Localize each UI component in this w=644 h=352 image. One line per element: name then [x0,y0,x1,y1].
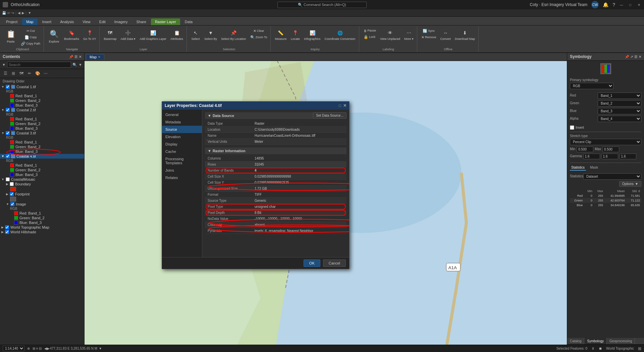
layer-checkbox-coastal4[interactable] [6,154,10,158]
tab-map[interactable]: Map [22,18,37,25]
more-button[interactable]: ⋯ More ▾ [403,28,415,42]
layer-item[interactable]: Green: Band_2 [0,216,84,220]
tab-view[interactable]: View [78,18,95,25]
blue-select[interactable]: Band_3 [598,108,641,114]
sym-menu-btn[interactable]: ☰ [634,55,637,59]
tab-share[interactable]: Share [132,18,150,25]
select-by-button[interactable]: ▼ Select By [203,28,218,42]
search-dropdown[interactable]: ▼ [78,63,82,67]
layer-checkbox[interactable] [5,225,9,229]
cancel-button[interactable]: Cancel [323,259,346,267]
copy-path-button[interactable]: 🔗 Copy Path [19,41,42,47]
map-tab-close[interactable]: ✕ [98,55,101,59]
layer-item-coastal4[interactable]: ▼ Coastal 4.tif [0,154,84,159]
download-map-button[interactable]: ⬇ Download Map [453,28,476,42]
maximize-btn[interactable]: □ [628,2,633,7]
alpha-select[interactable]: Band_4 [598,116,641,122]
tab-raster-layer[interactable]: Raster Layer [151,18,180,25]
explore-button[interactable]: 🔍 Explore [47,28,61,44]
nav-arrows[interactable]: ◀▶ [44,347,50,350]
dialog-nav-joins[interactable]: Joins [162,167,202,174]
layer-item-world-topo[interactable]: ▶ World Topographic Map [0,225,84,230]
pause-btn[interactable]: ⏸ [591,347,595,350]
table-view-btn[interactable]: ⊞ [10,70,17,77]
primary-sym-select[interactable]: RGB [570,83,613,89]
minimize-btn[interactable]: — [619,2,624,7]
sym-pin-btn[interactable]: 📌 [625,55,629,59]
layer-item-world-hillshade[interactable]: ▶ World Hillshade [0,230,84,234]
sync-button[interactable]: 🔄 Sync [420,28,438,34]
layer-checkbox[interactable] [6,177,10,181]
dialog-nav-cache[interactable]: Cache [162,148,202,155]
mask-tab[interactable]: Mask [589,165,599,171]
infographics-button[interactable]: 📊 Infographics [303,28,322,42]
add-graphics-layer-button[interactable]: 📊 Add Graphics Layer [138,28,168,42]
layer-item[interactable]: Green: Band_2 [0,168,84,172]
cut-button[interactable]: ✂ Cut [19,28,42,34]
dialog-restore-btn[interactable]: □ [339,103,341,108]
layer-item[interactable]: Red: Band_1 [0,117,84,121]
qa-save[interactable]: 💾 [2,11,6,15]
dialog-nav-display[interactable]: Display [162,140,202,148]
map-view-btn[interactable]: 🗺 [18,70,25,77]
scale-btn[interactable]: ⊕ [27,347,30,350]
layer-item[interactable]: Blue: Band_3 [0,126,84,131]
layer-item[interactable]: Red: Band_1 [0,140,84,144]
basemap-button[interactable]: 🗺 Basemap [102,28,118,42]
layer-item[interactable] [0,196,84,202]
user-avatar[interactable]: CW [591,1,599,8]
sym-close-btn[interactable]: ✕ [639,55,641,59]
lock-button[interactable]: 🔒 Lock [362,34,378,40]
bookmarks-button[interactable]: 🔖 Bookmarks [63,28,80,42]
map-canvas[interactable]: River To Sea Preserve Park A1A ⊕ Layer P… [85,61,567,345]
view-unplaced-button[interactable]: 👁 View Unplaced [379,28,401,42]
layer-item[interactable] [0,186,84,192]
layer-checkbox[interactable] [6,131,10,135]
layer-checkbox[interactable] [10,182,14,186]
search-input[interactable] [7,62,71,68]
stop-btn[interactable]: ⏹ [599,347,602,350]
more-contents-btn[interactable]: ⋯ [42,70,49,77]
copy-button[interactable]: 📄 Copy [19,35,42,40]
convert-button[interactable]: ↔ Convert [439,28,452,42]
layer-item[interactable]: ▼ Coastal 1.tif [0,84,84,89]
qa-dropdown[interactable]: ▼ [28,11,31,15]
max-input[interactable] [602,146,619,152]
attributes-button[interactable]: 📋 Attributes [169,28,184,42]
layer-item-footprint[interactable]: ▶ Footprint [0,192,84,196]
green-select[interactable]: Band_2 [598,100,641,107]
layer-checkbox[interactable] [6,85,10,89]
paste-button[interactable]: 📋 Paste [3,28,18,44]
set-data-source-btn[interactable]: Set Data Source... [313,112,346,119]
gamma-input-3[interactable] [620,154,636,159]
layer-item[interactable]: ▼ Coastal 3.tif [0,131,84,135]
symbology-tab-bottom[interactable]: Symbology [584,338,606,344]
statistics-tab[interactable]: Statistics [570,165,586,171]
ok-button[interactable]: OK [304,259,320,267]
min-input[interactable] [577,146,593,152]
coord-dropdown[interactable]: ▼ [99,347,102,350]
qa-back[interactable]: ◀ [18,11,20,15]
stats-select[interactable]: Dataset [583,173,641,180]
tab-insert[interactable]: Insert [38,18,56,25]
map-area[interactable]: Map ✕ River To Sea Preserve Park [85,53,567,345]
dialog-nav-metadata[interactable]: Metadata [162,118,202,126]
qa-forward[interactable]: ▶ [22,11,24,15]
tab-data[interactable]: Data [181,18,197,25]
layer-item[interactable]: Green: Band_2 [0,121,84,126]
map-tab-main[interactable]: Map ✕ [86,54,104,60]
select-by-location-button[interactable]: 📌 Select By Location [220,28,248,42]
sym-expand-btn[interactable]: ↗ [630,55,633,59]
stretch-select[interactable]: Percent Clip [570,139,641,145]
dialog-nav-elevation[interactable]: Elevation [162,133,202,140]
scale-selector[interactable]: 1:14,140 [3,346,24,351]
dialog-close-btn[interactable]: ✕ [343,103,346,108]
close-btn[interactable]: ✕ [637,2,641,7]
gamma-input-1[interactable] [583,154,600,159]
layer-item[interactable]: Blue: Band_3 [0,172,84,177]
go-to-xy-button[interactable]: 📍 Go To XY [82,28,97,42]
layer-checkbox[interactable] [10,192,14,196]
contents-pin-btn[interactable]: 📌 [69,55,73,59]
dialog-nav-source[interactable]: Source [162,126,202,133]
contents-close-btn[interactable]: ✕ [79,55,82,59]
